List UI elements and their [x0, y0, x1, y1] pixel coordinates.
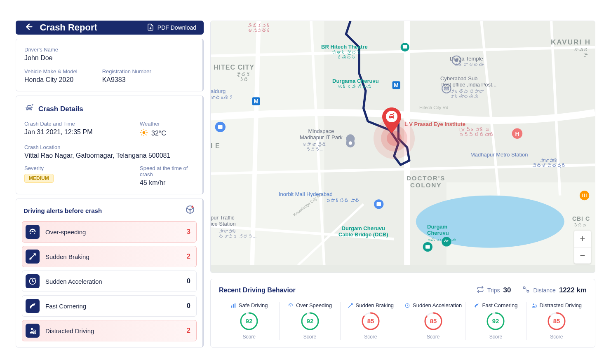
distance-value: 1222 km	[559, 286, 587, 294]
zoom-in-button[interactable]: +	[574, 231, 591, 247]
page-title: Crash Report	[40, 22, 97, 33]
alert-count: 0	[187, 278, 190, 285]
map-label-cable-bridge: Durgam Cheruvu Cable Bridge (DCB)	[338, 225, 388, 238]
svg-line-11	[146, 130, 146, 131]
score-item: Distracted Driving85Score	[526, 302, 587, 340]
score-item: Over Speeding92Score	[279, 302, 340, 340]
svg-rect-52	[235, 303, 235, 308]
alert-label: Sudden Braking	[45, 253, 181, 260]
map-label-hitec-city: HITEC CITY	[214, 64, 254, 71]
pdf-download-button[interactable]: PDF Download	[147, 23, 196, 32]
driving-alerts-card: Driving alerts before crash Over-speedin…	[16, 198, 204, 348]
map-label-cyberabad-post-sub: భారతియ తపాలా కార్యాలయము	[450, 89, 484, 99]
score-caption: Score	[427, 334, 439, 340]
map-label-cbi-sub: సిబిఐ	[573, 223, 587, 228]
map-label-lv-prasad-sub: LV ప్రసాద్ ఐ ఇన్స్ టిట్యూట్	[459, 127, 494, 137]
zoom-out-button[interactable]: −	[574, 247, 591, 264]
vehicle-value: Honda City 2020	[24, 76, 78, 84]
map-label-traffic-station: pur Traffic ice Station	[211, 215, 236, 227]
alert-row[interactable]: Fast Cornering0	[22, 295, 197, 317]
map-label-cyberabad-post: Cyberabad Sub Post office ,India Post...	[440, 75, 496, 88]
map-label-durgama-sub: దుర్గమ చెరువు	[338, 84, 371, 89]
svg-rect-50	[231, 306, 232, 308]
score-item: Sudden Braking85Score	[340, 302, 401, 340]
map-label-hitech-rd: Hitech City Rd	[419, 105, 448, 110]
score-label: Distracted Driving	[531, 302, 582, 308]
score-label: Safe Driving	[230, 302, 268, 308]
map-label-madhapur-metro-sub: మాధాపూర్ మెట్రో స్టేషన్	[532, 158, 566, 168]
svg-text:92: 92	[246, 317, 253, 324]
alert-row[interactable]: Sudden Acceleration0	[22, 271, 197, 292]
svg-point-56	[290, 306, 291, 306]
driver-info-card: Driver's Name John Doe Vehicle Make & Mo…	[16, 39, 204, 91]
score-caption: Score	[242, 334, 255, 340]
map-label-traffic-station-sub: మాదాపూర్ ట్రాఫిక్ పోలీస్...	[219, 229, 256, 239]
score-item: Fast Cornering92Score	[465, 302, 526, 340]
svg-point-33	[349, 141, 352, 145]
svg-line-6	[141, 130, 142, 131]
map-label-madhapur-metro: Madhapur Metro Station	[470, 152, 528, 158]
weather-value: 32°C	[151, 130, 166, 137]
svg-rect-42	[425, 245, 430, 248]
driving-behavior-card: Recent Driving Behavior Trips 30 Distanc	[210, 279, 595, 348]
svg-rect-35	[218, 125, 223, 129]
registration-label: Registration Number	[102, 68, 151, 75]
pdf-icon	[147, 23, 154, 32]
svg-rect-39	[376, 202, 381, 207]
map-label-br-theatre: BR Hitech Theatre	[321, 44, 368, 50]
map-label-mindspace-sub: రహేజా మైండ్ స్పేస్...	[303, 142, 327, 152]
steering-wheel-alert-icon	[185, 205, 195, 216]
trips-value: 30	[503, 286, 511, 294]
alert-row[interactable]: Sudden Braking2	[22, 246, 197, 267]
crash-location-label: Crash Location	[24, 144, 194, 150]
svg-point-70	[533, 303, 534, 305]
alert-count: 2	[187, 253, 190, 260]
alert-type-icon	[26, 250, 40, 264]
map-label-doctors: DOCTOR'S COLONY	[407, 175, 445, 189]
sun-icon	[140, 128, 148, 138]
svg-point-3	[143, 131, 146, 134]
alert-type-icon	[26, 299, 40, 313]
score-caption: Score	[364, 334, 377, 340]
alert-label: Distracted Driving	[45, 327, 181, 334]
svg-rect-71	[535, 305, 536, 307]
score-label: Over Speeding	[288, 302, 332, 308]
alert-row[interactable]: Distracted Driving2	[22, 320, 197, 341]
map-label-lv-prasad: L V Prasad Eye Institute	[404, 121, 465, 127]
svg-text:M: M	[394, 82, 398, 89]
svg-point-49	[527, 290, 529, 292]
severity-badge: MEDIUM	[24, 174, 54, 183]
driver-name-value: John Doe	[24, 54, 194, 62]
svg-text:H: H	[515, 131, 519, 137]
map-label-mindspace: Mindspace Madhapur IT Park	[300, 128, 343, 140]
map-label-raidurg-sub: రాయదుర్గ్	[211, 95, 234, 100]
score-item: Safe Driving92Score	[219, 302, 279, 340]
alert-row[interactable]: Over-speeding3	[22, 221, 197, 243]
svg-text:85: 85	[367, 317, 374, 324]
crash-location-pin[interactable]	[381, 107, 402, 135]
svg-rect-28	[403, 45, 407, 48]
map-label-inorbit-sub: ఐనార్బిట్ మాల్	[326, 198, 360, 203]
score-ring: 85	[547, 312, 566, 331]
crash-speed-value: 45 km/hr	[140, 179, 194, 187]
map-view[interactable]: M M H	[210, 21, 595, 273]
map-label-durgama: Durgama Cheruvu	[332, 78, 379, 84]
svg-point-16	[31, 328, 33, 330]
severity-label: Severity	[24, 165, 115, 171]
score-ring: 85	[424, 312, 443, 331]
svg-text:M: M	[254, 98, 258, 105]
vehicle-label: Vehicle Make & Model	[24, 68, 78, 75]
car-crash-icon	[24, 103, 34, 115]
back-icon[interactable]	[23, 22, 34, 33]
svg-point-48	[524, 287, 526, 289]
score-ring: 92	[301, 312, 320, 331]
alert-type-icon	[26, 225, 40, 239]
map-label-durgam-sub: దుర్గం చెరువు	[427, 238, 456, 243]
alert-type-icon	[26, 324, 40, 338]
svg-point-14	[30, 258, 32, 260]
crash-speed-label: Speed at the time of crash	[140, 165, 194, 177]
crash-location-value: Vittal Rao Nagar, Gafoornagar, Telangana…	[24, 152, 194, 159]
score-ring: 92	[240, 312, 258, 331]
map-label-br-theatre-sub: బిఆర్ హైటెక్ థియేటర్	[332, 50, 361, 60]
crash-datetime-value: Jan 31 2021, 12:35 PM	[24, 128, 115, 136]
